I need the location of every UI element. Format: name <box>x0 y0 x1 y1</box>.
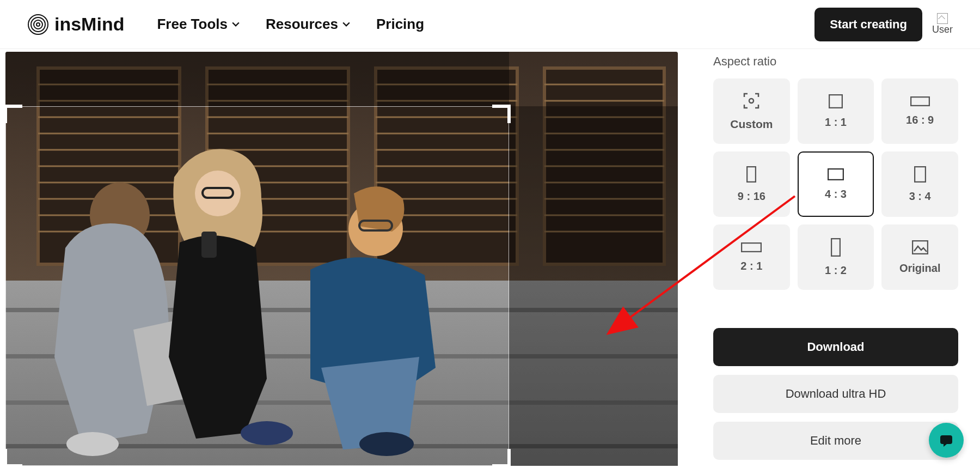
crop-handle-tl[interactable] <box>5 105 22 123</box>
svg-rect-72 <box>912 241 928 254</box>
svg-rect-69 <box>915 167 926 182</box>
canvas-column <box>0 49 697 474</box>
aspect-ratio-label: Aspect ratio <box>713 54 958 69</box>
nav-resources[interactable]: Resources <box>266 16 350 33</box>
svg-rect-68 <box>828 169 843 180</box>
actions: Download Download ultra HD Edit more Edi… <box>713 328 958 474</box>
svg-rect-65 <box>829 95 842 108</box>
ratio-label: 16 : 9 <box>906 114 934 126</box>
crop-handle-bl[interactable] <box>5 449 22 466</box>
crop-handle-tr[interactable] <box>492 105 511 123</box>
ratio-1-2[interactable]: 1 : 2 <box>798 224 874 290</box>
crop-box[interactable] <box>5 106 509 466</box>
ratio-16-9[interactable]: 16 : 9 <box>881 78 958 144</box>
header: insMind Free Tools Resources Pricing Sta… <box>0 0 980 49</box>
sidebar: Aspect ratio Custom 1 : 1 <box>697 49 980 474</box>
download-button[interactable]: Download <box>713 328 958 366</box>
aspect-ratio-grid: Custom 1 : 1 16 : 9 9 : 16 <box>713 78 958 290</box>
tall-rect-icon <box>746 166 756 183</box>
ratio-label: Original <box>899 262 941 275</box>
chevron-down-icon <box>342 21 350 28</box>
nav-free-tools[interactable]: Free Tools <box>157 16 240 33</box>
image-icon <box>912 240 928 254</box>
chat-icon <box>938 432 954 448</box>
ratio-label: Custom <box>730 118 773 131</box>
ratio-label: 3 : 4 <box>909 190 931 203</box>
nav-pricing-label: Pricing <box>376 16 424 33</box>
crop-dim-top <box>5 52 509 106</box>
ratio-original[interactable]: Original <box>881 224 958 290</box>
chevron-down-icon <box>232 21 240 28</box>
svg-rect-70 <box>742 243 761 252</box>
download-hd-button[interactable]: Download ultra HD <box>713 375 958 413</box>
wide-rect-icon <box>910 96 930 106</box>
nav-free-tools-label: Free Tools <box>157 16 228 33</box>
svg-rect-73 <box>940 435 952 444</box>
canvas-frame[interactable] <box>5 52 678 466</box>
svg-point-3 <box>36 23 40 26</box>
start-creating-button[interactable]: Start creating <box>814 8 922 41</box>
ratio-4-3[interactable]: 4 : 3 <box>798 151 874 217</box>
logo-text: insMind <box>54 14 124 35</box>
svg-point-1 <box>31 17 45 32</box>
svg-rect-67 <box>747 167 756 182</box>
crop-handle-br[interactable] <box>492 449 511 466</box>
ratio-2-1[interactable]: 2 : 1 <box>713 224 790 290</box>
crop-dim-right <box>509 106 678 466</box>
broken-image-icon <box>937 13 948 24</box>
ratio-label: 1 : 2 <box>825 264 847 277</box>
ratio-label: 9 : 16 <box>738 190 765 203</box>
ratio-1-1[interactable]: 1 : 1 <box>798 78 874 144</box>
portrait-rect-icon <box>914 166 926 183</box>
tall-rect-icon <box>831 238 841 257</box>
nav-resources-label: Resources <box>266 16 338 33</box>
edit-more-button[interactable]: Edit more <box>713 422 958 460</box>
user-label: User <box>932 24 953 35</box>
chat-widget-button[interactable] <box>929 423 964 458</box>
landscape-rect-icon <box>828 168 844 180</box>
wide-rect-icon <box>741 242 762 252</box>
ratio-custom[interactable]: Custom <box>713 78 790 144</box>
nav-pricing[interactable]: Pricing <box>376 16 424 33</box>
svg-point-2 <box>34 20 42 29</box>
logo[interactable]: insMind <box>27 14 124 35</box>
svg-rect-66 <box>911 97 929 106</box>
logo-icon <box>27 14 49 35</box>
crop-target-icon <box>742 92 761 110</box>
ratio-label: 4 : 3 <box>825 188 847 200</box>
main: Aspect ratio Custom 1 : 1 <box>0 49 980 474</box>
ratio-3-4[interactable]: 3 : 4 <box>881 151 958 217</box>
user-avatar[interactable]: User <box>932 13 953 35</box>
svg-rect-71 <box>831 239 840 256</box>
ratio-label: 1 : 1 <box>825 116 847 129</box>
ratio-9-16[interactable]: 9 : 16 <box>713 151 790 217</box>
nav: Free Tools Resources Pricing <box>157 16 424 33</box>
svg-point-64 <box>749 99 754 103</box>
ratio-label: 2 : 1 <box>740 260 762 272</box>
square-icon <box>829 94 843 108</box>
